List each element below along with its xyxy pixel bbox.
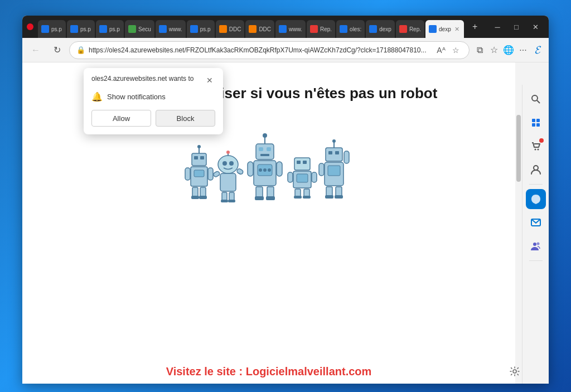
svg-rect-29 xyxy=(267,147,271,151)
svg-point-15 xyxy=(218,156,238,173)
favorites-icon[interactable]: ☆ xyxy=(449,43,462,57)
maximize-button[interactable]: □ xyxy=(507,18,525,36)
tab-label-5: www. xyxy=(169,26,182,32)
back-button[interactable]: ← xyxy=(27,41,45,59)
tab-8[interactable]: DDC xyxy=(245,20,274,38)
tab-12[interactable]: dexp xyxy=(366,20,395,38)
address-bar[interactable]: 🔒 https://oles24.azurewebsites.net/FRZOL… xyxy=(69,41,470,59)
sidebar-teams-button[interactable] xyxy=(526,236,546,256)
user-icon xyxy=(530,164,541,175)
close-button[interactable]: ✕ xyxy=(526,18,544,36)
reader-view-icon[interactable]: Aᴬ xyxy=(434,43,448,57)
tab-favicon-7 xyxy=(219,25,227,33)
settings-icon[interactable] xyxy=(508,365,521,378)
search-icon xyxy=(530,94,541,105)
tab-1[interactable]: ps.p xyxy=(38,20,66,38)
shopping-icon xyxy=(530,141,541,152)
tab-9[interactable]: www. xyxy=(275,20,306,38)
tab-favicon-4 xyxy=(128,25,136,33)
scrollbar-thumb[interactable] xyxy=(516,115,521,182)
sidebar-search-button[interactable] xyxy=(526,89,546,109)
sidebar-divider-2 xyxy=(529,260,543,261)
minimize-button[interactable]: ─ xyxy=(488,18,506,36)
svg-rect-28 xyxy=(259,147,263,151)
svg-rect-71 xyxy=(536,123,540,127)
sidebar-collections-button[interactable] xyxy=(526,113,546,133)
svg-rect-41 xyxy=(277,162,282,176)
svg-rect-51 xyxy=(288,172,293,182)
svg-rect-40 xyxy=(248,162,253,176)
tab-label-14: dexp xyxy=(439,26,451,32)
svg-point-80 xyxy=(513,370,516,373)
sidebar-copilot-button[interactable] xyxy=(526,189,546,209)
tab-6[interactable]: ps.p xyxy=(187,20,215,38)
favorites-toolbar-icon[interactable]: ☆ xyxy=(487,43,501,57)
svg-line-67 xyxy=(537,100,540,103)
outlook-icon xyxy=(530,217,541,228)
sidebar-user-button[interactable] xyxy=(526,159,546,180)
copilot-icon[interactable]: 🌐 xyxy=(502,43,515,57)
svg-rect-68 xyxy=(532,119,535,122)
edge-sidebar xyxy=(522,85,549,384)
more-tools-icon[interactable]: ··· xyxy=(516,43,530,57)
svg-point-72 xyxy=(534,149,536,151)
svg-point-16 xyxy=(222,161,227,166)
tab-7[interactable]: DDC xyxy=(216,20,245,38)
popup-header: oles24.azurewebsites.net wants to ✕ xyxy=(91,75,215,86)
new-tab-button[interactable]: + xyxy=(467,19,483,35)
svg-point-14 xyxy=(226,151,230,154)
browser-window: ps.p ps.p ps.p Secu www. ps.p xyxy=(22,16,549,384)
address-text: https://oles24.azurewebsites.net/FRZOLtf… xyxy=(89,46,431,54)
svg-rect-38 xyxy=(255,196,264,200)
tab-4[interactable]: Secu xyxy=(125,20,154,38)
svg-point-33 xyxy=(259,168,262,172)
svg-point-76 xyxy=(533,243,536,246)
collections-icon xyxy=(530,117,541,128)
svg-rect-27 xyxy=(256,144,274,159)
tab-favicon-3 xyxy=(99,25,107,33)
tab-favicon-13 xyxy=(399,25,407,33)
bell-icon: 🔔 xyxy=(91,91,103,102)
svg-rect-23 xyxy=(213,171,221,177)
svg-rect-4 xyxy=(200,156,204,159)
tab-favicon-12 xyxy=(369,25,377,33)
tab-groups-icon[interactable]: ⧉ xyxy=(473,43,486,57)
tab-favicon-5 xyxy=(159,25,167,33)
svg-rect-63 xyxy=(335,195,343,199)
tab-label-4: Secu xyxy=(138,26,151,32)
tab-10[interactable]: Rep. xyxy=(307,20,335,38)
svg-point-77 xyxy=(536,243,539,245)
tab-label-2: ps.p xyxy=(80,26,91,32)
tab-close-14[interactable]: ✕ xyxy=(453,26,461,33)
tab-2[interactable]: ps.p xyxy=(67,20,95,38)
tab-11[interactable]: oles: xyxy=(336,20,365,38)
notification-label: Show notifications xyxy=(107,93,166,101)
tab-13[interactable]: Rep. xyxy=(396,20,424,38)
svg-point-17 xyxy=(229,161,234,166)
svg-rect-69 xyxy=(536,119,540,122)
popup-close-button[interactable]: ✕ xyxy=(204,75,215,86)
edge-profile-icon[interactable]: 𝓔 xyxy=(531,43,544,57)
allow-button[interactable]: Allow xyxy=(91,110,151,127)
svg-point-34 xyxy=(263,168,267,172)
toolbar-actions: ⧉ ☆ 🌐 ··· 𝓔 xyxy=(473,43,544,57)
svg-rect-11 xyxy=(185,168,190,180)
popup-buttons: Allow Block xyxy=(91,110,215,127)
refresh-button[interactable]: ↻ xyxy=(48,41,66,59)
svg-rect-42 xyxy=(294,158,310,170)
robots-svg xyxy=(180,124,358,225)
svg-rect-9 xyxy=(191,196,199,199)
svg-rect-56 xyxy=(328,151,332,154)
block-button[interactable]: Block xyxy=(156,110,215,127)
tab-3[interactable]: ps.p xyxy=(96,20,124,38)
svg-rect-50 xyxy=(303,196,311,199)
svg-rect-2 xyxy=(192,153,206,166)
sidebar-outlook-button[interactable] xyxy=(526,212,546,233)
tab-label-6: ps.p xyxy=(200,26,211,32)
tab-14-active[interactable]: dexp ✕ xyxy=(425,20,464,38)
tab-5[interactable]: www. xyxy=(156,20,186,38)
svg-point-54 xyxy=(332,139,336,143)
svg-rect-22 xyxy=(228,200,235,202)
popup-title: oles24.azurewebsites.net wants to xyxy=(91,75,204,83)
sidebar-shopping-button[interactable] xyxy=(526,136,546,156)
